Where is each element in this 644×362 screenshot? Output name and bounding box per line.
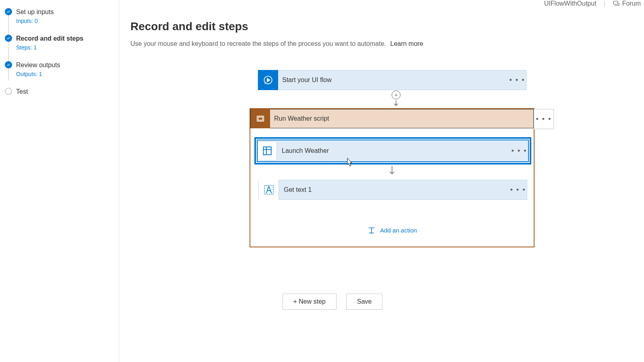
new-step-button[interactable]: + New step bbox=[283, 294, 336, 310]
connector-plus-arrow: + bbox=[392, 90, 400, 108]
sidebar-item-label: Set up inputs bbox=[16, 8, 114, 16]
sidebar-item-record-steps[interactable]: Record and edit steps Steps: 1 bbox=[0, 32, 119, 53]
launch-weather-menu[interactable]: • • • bbox=[510, 147, 528, 155]
launch-weather-card[interactable]: Launch Weather • • • bbox=[257, 140, 529, 162]
run-script-menu[interactable]: • • • bbox=[534, 109, 554, 129]
group-body: Launch Weather • • • Get text 1 • • • bbox=[250, 128, 534, 247]
start-flow-menu[interactable]: • • • bbox=[508, 76, 526, 84]
learn-more-link[interactable]: Learn more bbox=[390, 40, 423, 47]
add-action-icon bbox=[367, 226, 376, 234]
save-button[interactable]: Save bbox=[346, 294, 382, 310]
svg-rect-3 bbox=[258, 117, 263, 120]
script-icon bbox=[251, 109, 270, 128]
sidebar-item-sublabel: Steps: 1 bbox=[16, 44, 114, 51]
sidebar-item-label: Record and edit steps bbox=[16, 35, 114, 43]
page-title: Record and edit steps bbox=[130, 20, 644, 33]
add-action-button[interactable]: Add an action bbox=[255, 226, 529, 234]
start-flow-label: Start your UI flow bbox=[278, 76, 508, 84]
app-window-icon bbox=[258, 141, 277, 160]
check-icon bbox=[5, 61, 12, 68]
sidebar-item-test[interactable]: Test bbox=[0, 85, 119, 98]
main-content: Record and edit steps Use your mouse and… bbox=[119, 0, 644, 70]
add-connector-button[interactable]: + bbox=[392, 90, 400, 99]
connector-line bbox=[8, 68, 9, 80]
sidebar-item-sublabel: Inputs: 0 bbox=[16, 18, 114, 24]
sidebar-item-sublabel: Outputs: 1 bbox=[16, 71, 114, 77]
check-icon bbox=[5, 35, 12, 42]
get-text-label: Get text 1 bbox=[279, 186, 509, 193]
start-flow-card[interactable]: Start your UI flow • • • bbox=[258, 70, 526, 90]
run-script-group: Run Weather script • • • Launch Weather … bbox=[250, 108, 535, 247]
footer-buttons: + New step Save bbox=[119, 294, 546, 310]
arrow-down-icon bbox=[392, 99, 400, 108]
run-script-label: Run Weather script bbox=[270, 115, 533, 122]
svg-rect-4 bbox=[263, 147, 271, 155]
launch-weather-label: Launch Weather bbox=[277, 147, 510, 154]
page-description-text: Use your mouse and keyboard to recreate … bbox=[130, 40, 386, 47]
empty-circle-icon bbox=[5, 88, 12, 95]
page-description: Use your mouse and keyboard to recreate … bbox=[130, 40, 644, 47]
wizard-sidebar: Set up inputs Inputs: 0 Record and edit … bbox=[0, 0, 119, 362]
sidebar-item-label: Test bbox=[16, 88, 114, 96]
text-icon bbox=[259, 180, 279, 200]
get-text-menu[interactable]: • • • bbox=[509, 186, 527, 194]
play-icon bbox=[258, 70, 278, 90]
add-action-label: Add an action bbox=[380, 227, 417, 234]
sidebar-item-label: Review outputs bbox=[16, 61, 114, 69]
get-text-card[interactable]: Get text 1 • • • bbox=[258, 180, 527, 200]
sidebar-item-setup-inputs[interactable]: Set up inputs Inputs: 0 bbox=[0, 6, 119, 27]
check-icon bbox=[5, 8, 12, 15]
arrow-down-icon bbox=[388, 165, 396, 177]
sidebar-item-review-outputs[interactable]: Review outputs Outputs: 1 bbox=[0, 59, 119, 80]
run-script-header[interactable]: Run Weather script • • • bbox=[250, 109, 534, 128]
